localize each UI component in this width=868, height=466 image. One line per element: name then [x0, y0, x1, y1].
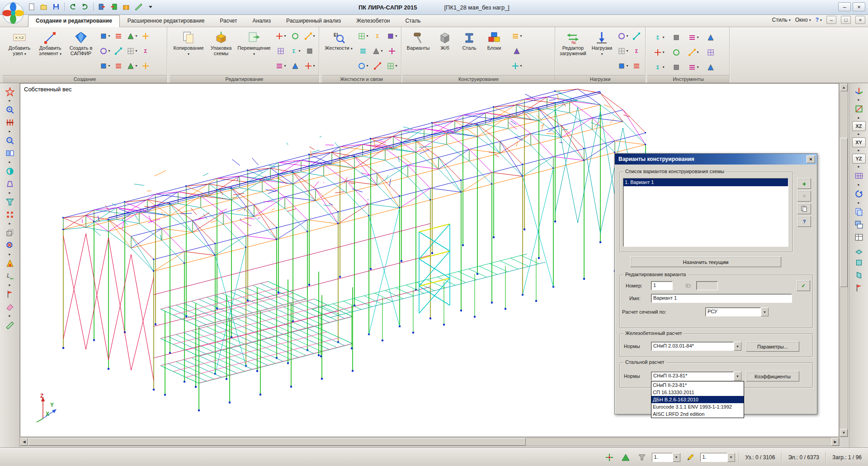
tab-3[interactable]: Расчет [212, 15, 245, 27]
chevron-down-icon[interactable]: ▾ [284, 34, 286, 38]
scroll-right-button[interactable]: ▶ [831, 438, 839, 446]
flyout-arrow-icon[interactable]: ▸ [9, 221, 10, 226]
ribbon-tool-icon[interactable] [288, 28, 302, 43]
filter-funnel-icon[interactable] [636, 452, 648, 463]
tab-4[interactable]: Анализ [245, 15, 279, 27]
ribbon-tool-icon[interactable]: ▾ [356, 28, 370, 43]
add-element-button[interactable]: Добавить элемент ▾ [35, 28, 65, 74]
view-xy-button[interactable]: XY [852, 137, 866, 147]
flyout-arrow-icon[interactable]: ▸ [9, 99, 10, 103]
tab-5[interactable]: Расширенный анализ [278, 15, 349, 27]
chevron-down-icon[interactable]: ▾ [135, 34, 137, 38]
flyout-arrow-icon[interactable]: ▸ [858, 98, 859, 102]
loads-button[interactable]: Нагрузки ▾ [590, 28, 614, 74]
chevron-down-icon[interactable]: ▾ [108, 49, 110, 53]
ribbon-tool-icon[interactable]: ▾ [385, 28, 399, 43]
chevron-down-icon[interactable]: ▾ [381, 49, 382, 53]
ribbon-tool-icon[interactable] [668, 60, 685, 75]
horizontal-scroll-thumb[interactable] [28, 438, 526, 446]
ribbon-tool-icon[interactable] [630, 28, 643, 43]
add-node-button[interactable]: X,Y,Z Добавить узел ▾ [5, 28, 34, 74]
blocks-button[interactable]: Блоки [482, 28, 506, 74]
ribbon-tool-icon[interactable] [112, 43, 125, 58]
ribbon-tool-icon[interactable]: ▾ [509, 58, 525, 73]
ribbon-tool-icon[interactable]: Σ▾ [651, 30, 668, 45]
flag-icon[interactable] [4, 288, 16, 300]
measure-icon[interactable] [133, 1, 144, 12]
erase-icon[interactable] [4, 301, 16, 313]
ribbon-tool-icon[interactable] [288, 58, 302, 73]
scroll-down-button[interactable]: ▼ [840, 429, 848, 437]
windows-cascade-icon[interactable] [853, 219, 865, 231]
chevron-down-icon[interactable]: ▾ [697, 50, 698, 54]
steel-button[interactable]: Сталь [458, 28, 481, 74]
ribbon-tool-icon[interactable]: ▾ [98, 58, 112, 73]
zoom-in-icon[interactable] [4, 104, 16, 116]
steel-norm-option[interactable]: СП 16.13330.2011 [651, 389, 744, 396]
menu-style[interactable]: Стиль ▾ [772, 17, 791, 23]
chevron-down-icon[interactable]: ▼ [734, 372, 741, 381]
isometric-view-icon[interactable] [853, 85, 865, 97]
chevron-down-icon[interactable]: ▾ [366, 34, 368, 38]
tab-2[interactable]: Расширенное редактирование [120, 15, 212, 27]
zoom-reset-icon[interactable] [4, 240, 16, 251]
ribbon-tool-icon[interactable]: Σ▾ [651, 60, 668, 75]
chevron-down-icon[interactable]: ▾ [395, 64, 397, 68]
show-triangle-icon[interactable] [619, 452, 632, 463]
chevron-down-icon[interactable]: ▾ [520, 64, 522, 68]
ribbon-tool-icon[interactable]: ▾ [98, 43, 112, 58]
flyout-arrow-icon[interactable]: ▸ [9, 160, 10, 165]
chevron-down-icon[interactable]: ▾ [395, 34, 397, 38]
ribbon-tool-icon[interactable] [302, 43, 317, 58]
tab-6[interactable]: Железобетон [349, 15, 397, 27]
dimension-icon[interactable]: L [4, 270, 16, 282]
show-volume-icon[interactable] [4, 227, 16, 239]
chevron-down-icon[interactable]: ▾ [697, 65, 698, 69]
chevron-down-icon[interactable]: ▾ [662, 35, 664, 39]
fragment-grid-icon[interactable] [4, 117, 16, 128]
flyout-arrow-icon[interactable]: ▸ [9, 283, 10, 287]
ribbon-tool-icon[interactable]: ▾ [302, 58, 317, 73]
plane-xoy-icon[interactable] [853, 244, 865, 256]
chevron-down-icon[interactable]: ▾ [626, 34, 628, 38]
table-icon[interactable] [853, 231, 865, 243]
flyout-arrow-icon[interactable]: ▸ [858, 183, 859, 187]
ribbon-tool-icon[interactable] [702, 45, 719, 60]
zoom-out-icon[interactable] [4, 135, 16, 146]
steel-norm-option[interactable]: СНиП II-23-81* [651, 381, 744, 389]
polygon-select-icon[interactable] [4, 86, 16, 98]
view-yz-button[interactable]: YZ [852, 154, 866, 164]
ribbon-tool-icon[interactable] [509, 43, 525, 58]
dialog-titlebar[interactable]: Варианты конструирования × [615, 154, 817, 165]
minimize-button[interactable]: – [838, 2, 851, 11]
undo-icon[interactable] [67, 1, 78, 12]
copy-view-icon[interactable] [853, 206, 865, 218]
horizontal-scrollbar[interactable]: ◀ ▶ [20, 438, 840, 446]
doc-minimize-button[interactable]: – [826, 16, 836, 24]
ribbon-tool-icon[interactable]: ▾ [616, 28, 630, 43]
perspective-icon[interactable] [4, 178, 16, 190]
new-document-icon[interactable] [26, 1, 37, 12]
open-model-icon[interactable] [38, 1, 49, 12]
chevron-down-icon[interactable]: ▾ [298, 49, 300, 53]
ribbon-tool-icon[interactable] [112, 28, 125, 43]
tab-1[interactable]: Создание и редактирование [28, 15, 120, 27]
import-book-icon[interactable] [108, 1, 119, 12]
flyout-arrow-icon[interactable]: ▸ [858, 116, 859, 120]
variant-help-button[interactable]: ? [797, 216, 811, 227]
section-clip-icon[interactable] [4, 165, 16, 177]
steel-norms-combo[interactable]: СНиП II-23-81* ▼ [651, 372, 741, 381]
assign-current-button[interactable]: Назначить текущим [630, 257, 781, 267]
display-scale-combo[interactable]: 1. ▼ [652, 453, 680, 462]
ribbon-tool-icon[interactable]: ▾ [370, 43, 385, 58]
ribbon-tool-icon[interactable]: ▾ [274, 58, 288, 73]
chevron-down-icon[interactable]: ▾ [520, 34, 522, 38]
doc-close-button[interactable]: × [855, 16, 865, 24]
app-logo-button[interactable] [1, 1, 25, 25]
doc-restore-button[interactable]: □ [841, 16, 851, 24]
name-input[interactable]: Вариант 1 [651, 294, 792, 303]
ribbon-tool-icon[interactable]: Σ [370, 28, 385, 43]
scroll-up-button[interactable]: ▲ [840, 84, 848, 91]
reinforced-concrete-button[interactable]: Ж/б [433, 28, 457, 74]
chevron-down-icon[interactable]: ▾ [662, 65, 664, 69]
